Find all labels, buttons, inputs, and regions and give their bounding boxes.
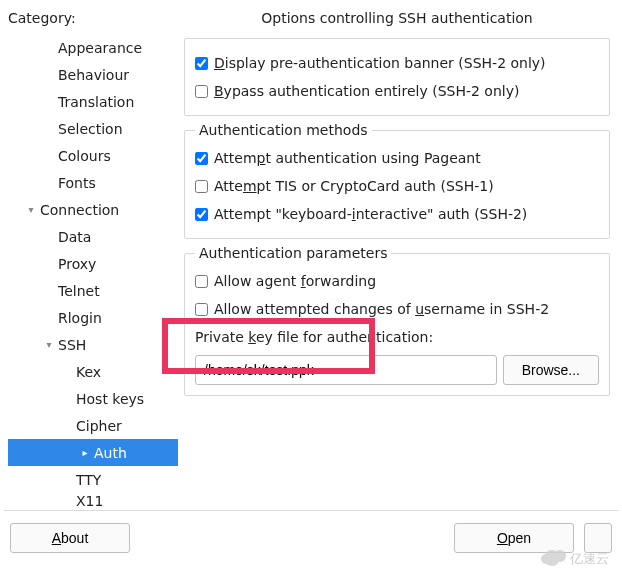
tree-item-host-keys[interactable]: Host keys (8, 385, 178, 412)
tree-item-label: Auth (94, 445, 127, 461)
watermark-logo: 亿速云 (538, 543, 616, 573)
tree-item-connection[interactable]: ▾Connection (8, 196, 178, 223)
tree-item-ssh[interactable]: ▾SSH (8, 331, 178, 358)
bypass-auth-input[interactable] (195, 85, 208, 98)
tree-item-cipher[interactable]: Cipher (8, 412, 178, 439)
tree-item-label: Fonts (58, 175, 96, 191)
svg-text:亿速云: 亿速云 (569, 551, 609, 566)
username-change-label: Allow attempted changes of username in S… (214, 301, 549, 317)
tree-item-label: Telnet (58, 283, 100, 299)
tree-item-label: Proxy (58, 256, 96, 272)
private-key-label: Private key file for authentication: (195, 329, 433, 345)
tis-checkbox[interactable]: Attempt TIS or CryptoCard auth (SSH-1) (195, 172, 599, 200)
tree-item-label: Behaviour (58, 67, 129, 83)
auth-methods-group: Authentication methods Attempt authentic… (184, 122, 610, 239)
bypass-auth-checkbox[interactable]: Bypass authentication entirely (SSH-2 on… (195, 77, 599, 105)
tree-item-label: Kex (76, 364, 101, 380)
tree-item-label: TTY (76, 472, 101, 488)
tree-item-label: Rlogin (58, 310, 102, 326)
tree-item-appearance[interactable]: Appearance (8, 34, 178, 61)
category-label: Category: (8, 10, 178, 26)
tree-item-fonts[interactable]: Fonts (8, 169, 178, 196)
tree-item-translation[interactable]: Translation (8, 88, 178, 115)
expander-icon[interactable]: ▾ (40, 339, 58, 350)
category-tree: Category: AppearanceBehaviourTranslation… (8, 10, 178, 510)
tree-item-telnet[interactable]: Telnet (8, 277, 178, 304)
tree-item-selection[interactable]: Selection (8, 115, 178, 142)
tree-item-colours[interactable]: Colours (8, 142, 178, 169)
tree-item-label: X11 (76, 493, 103, 507)
svg-point-1 (554, 550, 566, 562)
auth-params-group: Authentication parameters Allow agent fo… (184, 245, 610, 396)
svg-point-2 (541, 554, 551, 564)
display-banner-checkbox[interactable]: Display pre-authentication banner (SSH-2… (195, 49, 599, 77)
username-change-input[interactable] (195, 303, 208, 316)
agent-forwarding-input[interactable] (195, 275, 208, 288)
tis-input[interactable] (195, 180, 208, 193)
pageant-label: Attempt authentication using Pageant (214, 150, 481, 166)
banner-group: Display pre-authentication banner (SSH-2… (184, 38, 610, 116)
about-button[interactable]: About (10, 523, 130, 553)
expander-icon[interactable]: ▸ (76, 447, 94, 458)
kbi-input[interactable] (195, 208, 208, 221)
tree-item-kex[interactable]: Kex (8, 358, 178, 385)
browse-button[interactable]: Browse... (503, 355, 599, 385)
settings-panel: Options controlling SSH authentication D… (178, 10, 614, 510)
tree-item-auth[interactable]: ▸Auth (8, 439, 178, 466)
kbi-label: Attempt "keyboard-interactive" auth (SSH… (214, 206, 527, 222)
tree-item-x11[interactable]: X11 (8, 493, 178, 507)
private-key-label-row: Private key file for authentication: (195, 323, 599, 351)
pageant-checkbox[interactable]: Attempt authentication using Pageant (195, 144, 599, 172)
tree-item-label: Selection (58, 121, 123, 137)
tree-item-label: Data (58, 229, 91, 245)
auth-methods-legend: Authentication methods (195, 122, 372, 138)
tree-item-label: Appearance (58, 40, 142, 56)
tree-item-label: Translation (58, 94, 134, 110)
agent-forwarding-label: Allow agent forwarding (214, 273, 376, 289)
tree-item-label: Cipher (76, 418, 122, 434)
tree-item-data[interactable]: Data (8, 223, 178, 250)
display-banner-label: Display pre-authentication banner (SSH-2… (214, 55, 546, 71)
agent-forwarding-checkbox[interactable]: Allow agent forwarding (195, 267, 599, 295)
tree-item-label: SSH (58, 337, 86, 353)
tis-label: Attempt TIS or CryptoCard auth (SSH-1) (214, 178, 494, 194)
tree-item-label: Connection (40, 202, 119, 218)
expander-icon[interactable]: ▾ (22, 204, 40, 215)
bypass-auth-label: Bypass authentication entirely (SSH-2 on… (214, 83, 519, 99)
pageant-input[interactable] (195, 152, 208, 165)
username-change-checkbox[interactable]: Allow attempted changes of username in S… (195, 295, 599, 323)
tree-item-label: Host keys (76, 391, 144, 407)
auth-params-legend: Authentication parameters (195, 245, 391, 261)
private-key-path-input[interactable] (195, 355, 497, 385)
panel-title: Options controlling SSH authentication (184, 10, 610, 26)
tree-item-label: Colours (58, 148, 111, 164)
tree-item-behaviour[interactable]: Behaviour (8, 61, 178, 88)
dialog-buttons: About Open (0, 511, 622, 565)
display-banner-input[interactable] (195, 57, 208, 70)
kbi-checkbox[interactable]: Attempt "keyboard-interactive" auth (SSH… (195, 200, 599, 228)
tree-item-proxy[interactable]: Proxy (8, 250, 178, 277)
tree-item-tty[interactable]: TTY (8, 466, 178, 493)
tree-item-rlogin[interactable]: Rlogin (8, 304, 178, 331)
